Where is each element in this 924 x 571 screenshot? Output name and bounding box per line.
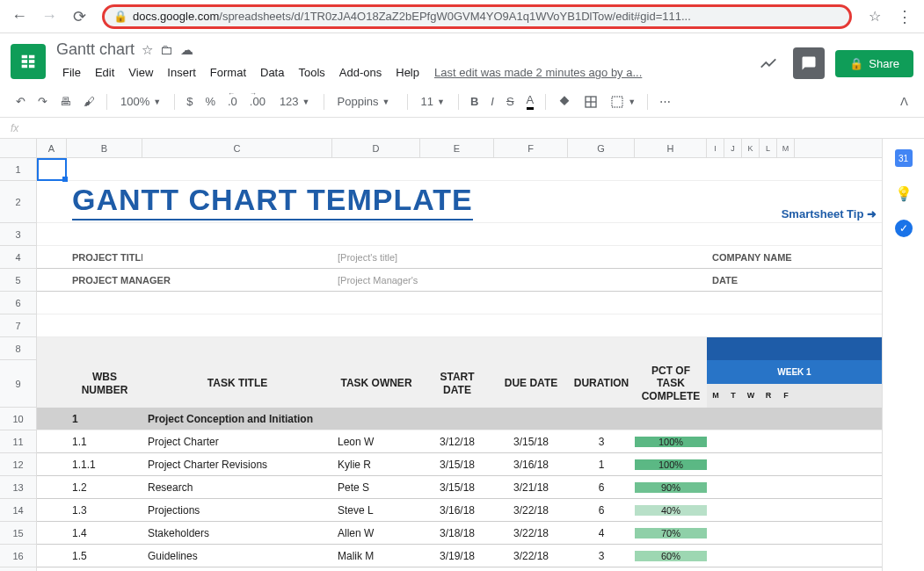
table-row[interactable]: 1.1.1Project Charter RevisionsKylie R3/1… [37,453,882,476]
col-header[interactable]: H [635,139,707,157]
col-header[interactable]: J [724,139,742,157]
menu-view[interactable]: View [122,62,159,83]
italic-button[interactable]: I [485,91,499,112]
col-header[interactable]: B [67,139,142,157]
last-edit-link[interactable]: Last edit was made 2 minutes ago by a... [434,66,642,79]
select-all-corner[interactable] [0,139,37,157]
bookmark-star-icon[interactable]: ☆ [862,4,887,29]
row-header[interactable]: 5 [0,269,36,292]
keep-icon[interactable]: 💡 [893,183,914,204]
borders-button[interactable] [578,91,603,112]
project-manager-placeholder[interactable]: [Project Manager's name] [332,275,420,286]
back-button[interactable]: ← [7,4,32,29]
menu-tools[interactable]: Tools [292,62,331,83]
undo-button[interactable]: ↶ [11,91,31,112]
row-header[interactable]: 9 [0,360,36,408]
paint-format-button[interactable]: 🖌 [78,91,100,112]
row-header[interactable]: 2 [0,181,36,223]
menu-addons[interactable]: Add-ons [333,62,388,83]
more-formats-button[interactable]: 123▼ [273,91,317,112]
share-button[interactable]: 🔒 Share [835,50,913,77]
col-header[interactable]: E [420,139,494,157]
text-color-button[interactable]: A [521,90,540,113]
star-icon[interactable]: ☆ [142,42,153,58]
menu-file[interactable]: File [56,62,87,83]
table-row[interactable]: 1.1Project CharterLeon W3/12/183/15/1831… [37,430,882,453]
bold-button[interactable]: B [465,91,484,112]
menu-help[interactable]: Help [389,62,426,83]
table-row[interactable] [37,158,882,181]
move-icon[interactable]: 🗀 [160,42,173,57]
zoom-select[interactable]: 100%▼ [113,91,168,112]
table-row[interactable]: GANTT CHART TEMPLATE Smartsheet Tip ➜ [37,181,882,223]
currency-button[interactable]: $ [181,91,198,112]
table-row[interactable]: 1.4StakeholdersAllen W3/18/183/22/18470% [37,522,882,545]
formula-bar[interactable]: fx [0,118,924,139]
table-row[interactable] [37,314,882,337]
table-row[interactable]: 1.3ProjectionsSteve L3/16/183/22/18640% [37,499,882,522]
col-header[interactable]: A [37,139,67,157]
row-header[interactable]: 15 [0,522,36,545]
col-header[interactable]: D [332,139,420,157]
section-row[interactable]: 1 Project Conception and Initiation [37,408,882,430]
tasks-icon[interactable]: ✓ [895,220,913,237]
table-row[interactable]: 1.5GuidelinesMalik M3/19/183/22/18360% [37,545,882,567]
sheets-logo-icon[interactable] [11,44,46,79]
decrease-decimal-button[interactable]: .0← [222,91,243,112]
menu-format[interactable]: Format [204,62,252,83]
col-header[interactable]: F [494,139,568,157]
redo-button[interactable]: ↷ [33,91,53,112]
open-explore-icon[interactable] [754,49,782,77]
url-bar[interactable]: 🔒 docs.google.com/spreadsheets/d/1TR0zJA… [102,4,852,29]
font-select[interactable]: Poppins▼ [331,91,401,112]
doc-title[interactable]: Gantt chart [56,40,135,59]
row-header[interactable]: 13 [0,476,36,499]
fill-color-button[interactable] [552,91,577,112]
print-button[interactable]: 🖶 [55,91,76,112]
smartsheet-tip-link[interactable]: Smartsheet Tip ➜ [782,207,877,220]
task-owner-cell: Malik M [332,550,420,562]
menu-insert[interactable]: Insert [161,62,202,83]
col-header[interactable]: C [142,139,332,157]
row-header[interactable]: 14 [0,499,36,522]
menu-data[interactable]: Data [254,62,290,83]
row-header[interactable]: 17 [0,567,36,571]
table-row[interactable]: PROJECT MANAGER [Project Manager's name]… [37,269,882,292]
row-header[interactable]: 7 [0,314,36,337]
strike-button[interactable]: S [501,91,520,112]
col-header[interactable]: I [707,139,724,157]
reload-button[interactable]: ⟳ [67,4,91,29]
forward-button[interactable]: → [37,4,62,29]
table-row[interactable]: 1.2ResearchPete S3/15/183/21/18690% [37,476,882,499]
row-header[interactable]: 1 [0,158,36,181]
col-header[interactable]: K [742,139,760,157]
increase-decimal-button[interactable]: .00→ [244,91,271,112]
col-header[interactable]: L [760,139,777,157]
row-header[interactable]: 3 [0,223,36,246]
row-header[interactable]: 16 [0,545,36,567]
row-header[interactable]: 11 [0,430,36,453]
more-toolbar-button[interactable]: ⋯ [654,91,676,112]
table-row[interactable] [37,292,882,314]
font-size-select[interactable]: 11▼ [414,91,452,112]
table-row[interactable] [37,223,882,246]
row-header[interactable]: 12 [0,453,36,476]
merge-button[interactable]: ▼ [605,91,641,112]
spreadsheet-grid[interactable]: A B C D E F G H I J K L M 1 2 3 4 5 6 7 … [0,139,882,571]
row-header[interactable]: 8 [0,337,36,360]
row-header[interactable]: 10 [0,408,36,430]
comments-button[interactable] [793,47,825,79]
browser-menu-icon[interactable]: ⋮ [892,4,917,29]
percent-button[interactable]: % [200,91,221,112]
col-header[interactable]: G [568,139,635,157]
menu-edit[interactable]: Edit [89,62,120,83]
cloud-icon[interactable]: ☁ [180,42,193,58]
col-header[interactable]: M [777,139,795,157]
collapse-toolbar-button[interactable]: ᐱ [895,91,913,112]
row-header[interactable]: 6 [0,292,36,314]
row-header[interactable]: 4 [0,246,36,269]
calendar-icon[interactable]: 31 [895,149,913,167]
project-title-placeholder[interactable]: [Project's title] [332,252,420,263]
table-row[interactable]: PROJECT TITLE [Project's title] COMPANY … [37,246,882,269]
table-row[interactable] [37,337,882,360]
